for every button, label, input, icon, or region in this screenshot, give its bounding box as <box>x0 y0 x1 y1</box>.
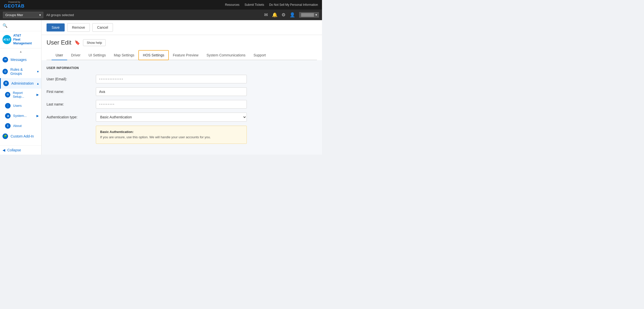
top-navbar: Powered by GEOTAB Resources Submit Ticke… <box>0 0 322 10</box>
page-header: User Edit 🔖 Show help User Driver UI Set… <box>42 35 322 60</box>
sidebar-item-custom-add-in[interactable]: 🧩 Custom Add-In <box>0 131 41 142</box>
user-name-text: ██████ <box>301 13 314 17</box>
submit-tickets-link[interactable]: Submit Tickets <box>245 3 264 7</box>
tab-system-communications[interactable]: System Communications <box>203 51 250 60</box>
main-toolbar: Save Remove Cancel <box>42 20 322 35</box>
resources-link[interactable]: Resources <box>225 3 239 7</box>
custom-add-in-label: Custom Add-In <box>11 134 34 138</box>
save-button[interactable]: Save <box>47 23 65 31</box>
bell-icon[interactable]: 🔔 <box>272 12 277 18</box>
groups-filter-value: All groups selected <box>46 13 74 17</box>
form-area: USER INFORMATION User (Email): First nam… <box>42 60 322 150</box>
main-content: Save Remove Cancel User Edit 🔖 Show help… <box>42 20 322 155</box>
report-setup-icon: ⚙ <box>5 92 10 97</box>
sidebar-sub-item-about[interactable]: ℹ About <box>0 121 41 131</box>
system-label: System... <box>13 114 27 118</box>
remove-button[interactable]: Remove <box>67 23 90 32</box>
filter-bar-icons: ✉ 🔔 ⚙ 👤 ██████ ▾ <box>264 12 319 18</box>
filter-bar: Groups filter ▾ All groups selected ✉ 🔔 … <box>0 10 322 20</box>
dropdown-arrow-icon: ▾ <box>39 13 41 17</box>
tab-map-settings[interactable]: Map Settings <box>110 51 138 60</box>
report-setup-arrow-icon: ▶ <box>36 93 39 96</box>
system-icon: 🖥 <box>5 113 11 119</box>
sidebar-collapse-button[interactable]: ◀ Collapse <box>0 145 41 155</box>
tab-ui-settings[interactable]: UI Settings <box>85 51 110 60</box>
sidebar: 🔍 AT&T AT&T Fleet Management ▴ ✉ Message… <box>0 20 42 155</box>
auth-info-title: Basic Authentication: <box>100 130 134 134</box>
brand-name: GEOTAB <box>4 4 25 9</box>
first-name-label: First name: <box>47 90 92 94</box>
users-icon: 👤 <box>5 103 11 109</box>
custom-add-in-icon: 🧩 <box>3 133 8 139</box>
sidebar-search-area: 🔍 <box>0 20 41 31</box>
about-label: About <box>13 124 22 128</box>
search-icon: 🔍 <box>3 23 8 28</box>
auth-type-select[interactable]: Basic Authentication MyAdmin Authenticat… <box>96 113 247 122</box>
user-dropdown-arrow: ▾ <box>315 13 317 17</box>
tab-support[interactable]: Support <box>250 51 270 60</box>
rules-groups-icon: ◎ <box>3 69 8 74</box>
sidebar-item-rules-groups[interactable]: ◎ Rules & Groups ▾ <box>0 65 41 78</box>
cancel-button[interactable]: Cancel <box>92 23 113 32</box>
user-account-icon[interactable]: 👤 <box>290 12 295 18</box>
sidebar-scroll-up[interactable]: ▴ <box>0 48 41 54</box>
sidebar-logo-text: AT&T Fleet Management <box>13 34 39 46</box>
collapse-label: Collapse <box>7 148 21 152</box>
about-icon: ℹ <box>5 123 11 129</box>
groups-filter-label: Groups filter <box>5 13 23 17</box>
last-name-input[interactable] <box>96 100 247 109</box>
user-email-row: User (Email): <box>47 75 317 83</box>
administration-expand-icon: ▴ <box>37 81 39 85</box>
geotab-logo: Powered by GEOTAB <box>4 1 25 9</box>
sidebar-sub-item-users[interactable]: 👤 Users <box>0 101 41 111</box>
first-name-row: First name: <box>47 87 317 96</box>
top-nav-links: Resources Submit Tickets Do Not Sell My … <box>225 3 318 7</box>
tab-user[interactable]: User <box>52 51 67 60</box>
do-not-sell-link[interactable]: Do Not Sell My Personal Information <box>269 3 318 7</box>
auth-info-box: Basic Authentication: If you are unsure,… <box>96 126 247 144</box>
auth-type-row: Authentication type: Basic Authenticatio… <box>47 113 317 122</box>
user-email-input[interactable] <box>96 75 247 83</box>
sidebar-logo-area: AT&T AT&T Fleet Management <box>0 31 41 48</box>
show-help-button[interactable]: Show help <box>83 39 106 46</box>
tab-hos-settings[interactable]: HOS Settings <box>138 50 169 60</box>
messages-label: Messages <box>11 58 27 62</box>
powered-by-text: Powered by <box>8 1 20 4</box>
last-name-label: Last name: <box>47 102 92 106</box>
report-setup-label: Report Setup... <box>13 91 34 98</box>
collapse-left-icon: ◀ <box>3 148 5 152</box>
page-title: User Edit <box>47 39 71 46</box>
settings-icon[interactable]: ⚙ <box>281 12 286 18</box>
last-name-row: Last name: <box>47 100 317 109</box>
att-logo: AT&T <box>3 35 11 44</box>
app-layout: 🔍 AT&T AT&T Fleet Management ▴ ✉ Message… <box>0 20 322 155</box>
user-dropdown-button[interactable]: ██████ ▾ <box>299 12 319 18</box>
sidebar-item-administration[interactable]: ⚙ Administration ▴ <box>0 78 41 89</box>
administration-label: Administration <box>11 81 34 85</box>
sidebar-item-messages[interactable]: ✉ Messages <box>0 54 41 65</box>
tabs-bar: User Driver UI Settings Map Settings HOS… <box>47 50 317 60</box>
system-arrow-icon: ▶ <box>36 114 39 118</box>
sidebar-sub-item-report-setup[interactable]: ⚙ Report Setup... ▶ <box>0 89 41 101</box>
first-name-input[interactable] <box>96 87 247 96</box>
auth-type-label: Authentication type: <box>47 115 92 119</box>
top-nav-left: Powered by GEOTAB <box>4 1 25 9</box>
user-email-label: User (Email): <box>47 77 92 81</box>
mail-icon[interactable]: ✉ <box>264 12 268 18</box>
page-title-row: User Edit 🔖 Show help <box>47 39 317 46</box>
rules-groups-label: Rules & Groups <box>10 67 34 76</box>
bookmark-icon[interactable]: 🔖 <box>74 40 80 45</box>
rules-groups-expand-icon: ▾ <box>37 70 39 74</box>
sidebar-sub-item-system[interactable]: 🖥 System... ▶ <box>0 111 41 121</box>
users-label: Users <box>13 104 22 108</box>
groups-filter-dropdown[interactable]: Groups filter ▾ <box>3 12 43 18</box>
administration-icon: ⚙ <box>3 81 9 86</box>
section-title: USER INFORMATION <box>47 66 317 70</box>
messages-icon: ✉ <box>3 57 8 62</box>
tab-feature-preview[interactable]: Feature Preview <box>169 51 203 60</box>
auth-info-body: If you are unsure, use this option. We w… <box>100 135 211 139</box>
tab-driver[interactable]: Driver <box>67 51 85 60</box>
